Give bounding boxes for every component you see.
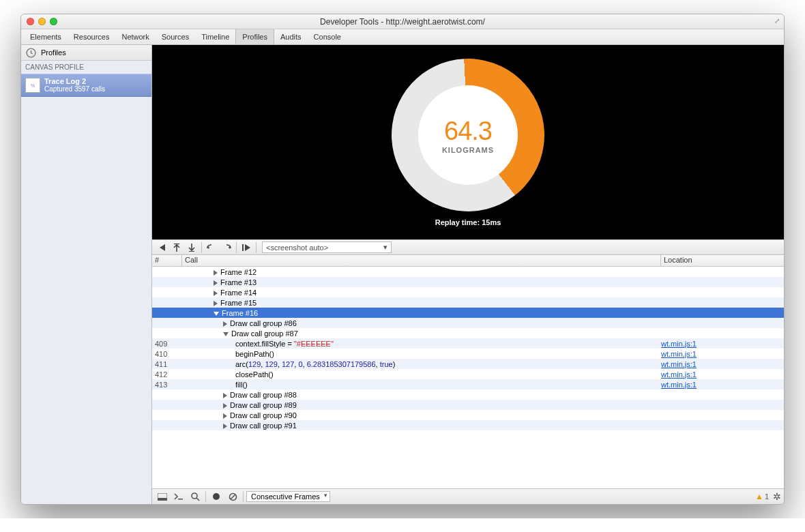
first-call-button[interactable] bbox=[155, 241, 169, 254]
replay-toolbar: <screenshot auto>▾ bbox=[152, 239, 784, 255]
status-bar: Consecutive Frames ▲ 1 ✲ bbox=[152, 488, 784, 504]
tab-sources[interactable]: Sources bbox=[156, 29, 195, 44]
table-row[interactable]: Draw call group #89 bbox=[152, 400, 784, 410]
source-link[interactable]: wt.min.js:1 bbox=[661, 350, 697, 358]
table-row[interactable]: Frame #12 bbox=[152, 267, 784, 277]
gauge-ring: 64.3 KILOGRAMS bbox=[387, 55, 548, 215]
record-icon[interactable] bbox=[209, 490, 224, 503]
warning-icon: ▲ bbox=[755, 492, 763, 501]
profiles-icon bbox=[25, 47, 37, 59]
dock-icon[interactable] bbox=[155, 490, 170, 503]
sidebar-title: Profiles bbox=[41, 48, 66, 57]
table-row[interactable]: 410beginPath()wt.min.js:1 bbox=[152, 349, 784, 359]
svg-rect-6 bbox=[178, 499, 183, 500]
prev-draw-button[interactable] bbox=[205, 241, 218, 254]
step-out-button[interactable] bbox=[170, 241, 184, 254]
tab-network[interactable]: Network bbox=[115, 29, 155, 44]
sidebar: Profiles CANVAS PROFILE % Trace Log 2 Ca… bbox=[21, 45, 152, 504]
table-row[interactable]: 412closePath()wt.min.js:1 bbox=[152, 369, 784, 379]
trace-log-icon: % bbox=[25, 78, 40, 93]
table-row[interactable]: 411arc(129, 129, 127, 0, 6.2831853071795… bbox=[152, 359, 784, 369]
tab-audits[interactable]: Audits bbox=[274, 29, 308, 44]
col-location[interactable]: Location bbox=[661, 255, 784, 266]
titlebar: Developer Tools - http://weight.aerotwis… bbox=[21, 14, 784, 29]
trace-log-subtitle: Captured 3597 calls bbox=[44, 85, 105, 93]
window-title: Developer Tools - http://weight.aerotwis… bbox=[21, 17, 784, 27]
sidebar-group-label: CANVAS PROFILE bbox=[21, 61, 151, 74]
sidebar-header: Profiles bbox=[21, 45, 151, 61]
search-icon[interactable] bbox=[188, 490, 203, 503]
tab-elements[interactable]: Elements bbox=[24, 29, 68, 44]
table-row[interactable]: Frame #16 bbox=[152, 308, 784, 318]
source-link[interactable]: wt.min.js:1 bbox=[661, 381, 697, 389]
source-link[interactable]: wt.min.js:1 bbox=[661, 340, 697, 348]
table-row[interactable]: Draw call group #88 bbox=[152, 389, 784, 400]
svg-point-7 bbox=[192, 493, 197, 499]
tab-console[interactable]: Console bbox=[308, 29, 347, 44]
step-in-button[interactable] bbox=[185, 241, 199, 254]
play-button[interactable] bbox=[239, 241, 253, 254]
panel-tabs: ElementsResourcesNetworkSourcesTimelineP… bbox=[21, 29, 784, 45]
gauge-value: 64.3 bbox=[444, 116, 492, 145]
next-draw-button[interactable] bbox=[220, 241, 233, 254]
tab-resources[interactable]: Resources bbox=[68, 29, 116, 44]
table-row[interactable]: Frame #14 bbox=[152, 287, 784, 297]
svg-rect-5 bbox=[158, 498, 167, 501]
table-row[interactable]: Draw call group #90 bbox=[152, 410, 784, 420]
source-link[interactable]: wt.min.js:1 bbox=[661, 370, 697, 379]
clear-icon[interactable] bbox=[225, 490, 240, 503]
console-icon[interactable] bbox=[171, 490, 186, 503]
sidebar-item-trace-log[interactable]: % Trace Log 2 Captured 3597 calls bbox=[21, 74, 151, 97]
svg-point-8 bbox=[213, 493, 220, 500]
col-call[interactable]: Call bbox=[182, 255, 661, 266]
devtools-window: Developer Tools - http://weight.aerotwis… bbox=[20, 14, 785, 505]
replay-time: Replay time: 15ms bbox=[435, 218, 501, 226]
svg-rect-1 bbox=[174, 243, 179, 244]
svg-rect-3 bbox=[242, 244, 244, 251]
gauge-unit: KILOGRAMS bbox=[442, 145, 494, 153]
trace-log-title: Trace Log 2 bbox=[44, 77, 105, 85]
trace-table[interactable]: Frame #12Frame #13Frame #14Frame #15Fram… bbox=[152, 267, 784, 488]
warning-count[interactable]: ▲ 1 bbox=[755, 492, 769, 501]
table-row[interactable]: Frame #13 bbox=[152, 277, 784, 287]
source-link[interactable]: wt.min.js:1 bbox=[661, 360, 697, 368]
table-row[interactable]: Frame #15 bbox=[152, 297, 784, 308]
tab-profiles[interactable]: Profiles bbox=[235, 29, 274, 44]
screenshot-dropdown[interactable]: <screenshot auto>▾ bbox=[262, 241, 392, 253]
table-header: # Call Location bbox=[152, 255, 784, 267]
table-row[interactable]: Draw call group #91 bbox=[152, 420, 784, 430]
table-row[interactable]: Draw call group #87 bbox=[152, 328, 784, 338]
frames-dropdown[interactable]: Consecutive Frames bbox=[246, 491, 330, 502]
expand-icon[interactable]: ⤢ bbox=[774, 17, 780, 25]
canvas-preview: 64.3 KILOGRAMS Replay time: 15ms bbox=[152, 45, 784, 239]
main-panel: 64.3 KILOGRAMS Replay time: 15ms bbox=[152, 45, 784, 504]
table-row[interactable]: 413fill()wt.min.js:1 bbox=[152, 379, 784, 389]
table-row[interactable]: 409context.fillStyle = "#EEEEEE"wt.min.j… bbox=[152, 338, 784, 349]
svg-rect-2 bbox=[189, 251, 194, 252]
tab-timeline[interactable]: Timeline bbox=[195, 29, 235, 44]
col-number[interactable]: # bbox=[152, 255, 182, 266]
table-row[interactable]: Draw call group #86 bbox=[152, 318, 784, 328]
settings-icon[interactable]: ✲ bbox=[773, 491, 781, 502]
